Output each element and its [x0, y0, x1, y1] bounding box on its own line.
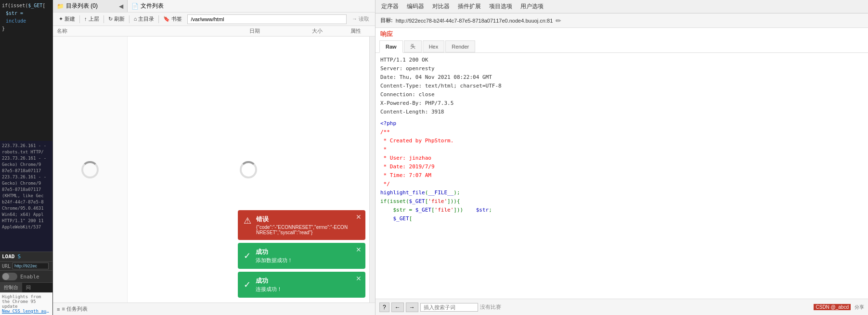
success2-icon: ✓ [244, 279, 251, 290]
success2-close-btn[interactable]: ✕ [356, 275, 362, 282]
collapse-dir-btn[interactable]: ◀ [119, 3, 123, 10]
notification-error: ⚠ 错误 {"code":"-"ECONNRESET","errno":"-EC… [238, 210, 365, 240]
success1-body: 添加数据成功！ [256, 257, 293, 264]
resp-line-2: Server: openresty [380, 64, 863, 73]
log-line: 223.73.26.161 - - [2, 143, 51, 149]
resp-line-4: Content-Type: text/html; charset=UTF-8 [380, 82, 863, 90]
notification-success-1: ✓ 成功 添加数据成功！ ✕ [238, 243, 365, 269]
success1-title: 成功 [256, 248, 293, 256]
nav-user-options[interactable]: 用户选项 [517, 1, 547, 12]
file-icon: 📄 [131, 3, 139, 10]
response-content: HTTP/1.1 200 OK Server: openresty Date: … [376, 53, 868, 299]
highlight-link[interactable]: New CSS length authoring tools [2, 309, 51, 314]
dir-spinner [81, 161, 99, 178]
share-label: 分享 [855, 304, 864, 311]
notification-success-2: ✓ 成功 连接成功！ ✕ [238, 272, 365, 298]
log-line: (KHTML, like Gec [2, 193, 51, 199]
success2-title: 成功 [256, 277, 282, 285]
top-nav-bar: 定序器 编码器 对比器 插件扩展 项目选项 用户选项 [376, 0, 868, 13]
help-btn[interactable]: ? [379, 302, 389, 312]
no-match-label: 没有比赛 [480, 303, 501, 311]
enable-row: Enable [0, 270, 52, 282]
s-indicator: S [18, 253, 21, 260]
toolbar-sep [129, 15, 130, 23]
csdn-badge: CSDN @_abcd [814, 304, 851, 310]
log-line: 87e5-8718a07117 [2, 168, 51, 174]
resp-line-1: HTTP/1.1 200 OK [380, 56, 863, 64]
nav-project-options[interactable]: 项目选项 [485, 1, 516, 12]
file-toolbar: ✦ 新建 ↑ 上层 ↻ 刷新 ⌂ 主目录 🔖 书签 → 读取 [53, 13, 375, 26]
read-button[interactable]: → 读取 [349, 14, 372, 24]
home-button[interactable]: ⌂ 主目录 [131, 14, 157, 24]
url-label: URL [2, 264, 11, 269]
error-title: 错误 [256, 215, 351, 224]
log-line: Gecko) Chrome/9 [2, 180, 51, 187]
dir-tree [53, 37, 128, 302]
new-button[interactable]: ✦ 新建 [56, 14, 78, 24]
toggle-knob [2, 273, 9, 280]
file-spinner-container [240, 161, 257, 178]
edit-icon[interactable]: ✏ [556, 17, 561, 25]
log-area: 223.73.26.161 - - robots.txt HTTP/ 223.7… [0, 141, 52, 252]
load-label: LOAD [2, 253, 15, 260]
resp-line-5: Connection: close [380, 90, 863, 99]
tab-raw[interactable]: Raw [379, 40, 403, 53]
file-spinner [240, 161, 257, 178]
success1-content: 成功 添加数据成功！ [256, 248, 293, 264]
folder-icon: 📁 [57, 3, 64, 10]
nav-encoder[interactable]: 编码器 [403, 1, 428, 12]
log-line: b24f-44c7-87e5-8 [2, 199, 51, 205]
tab-console[interactable]: 控制台 [0, 283, 22, 292]
scrollbar[interactable] [369, 37, 375, 302]
code-line-include: include [2, 17, 51, 25]
prev-match-btn[interactable]: ← [391, 302, 404, 312]
tab-head[interactable]: 头 [404, 40, 422, 52]
task-label: ≡ 任务列表 [62, 305, 87, 313]
col-size: 大小 [298, 26, 337, 36]
search-input-right[interactable] [420, 303, 478, 312]
log-line: 223.73.26.161 - - [2, 174, 51, 180]
path-input[interactable] [187, 14, 346, 24]
resp-line-6: X-Powered-By: PHP/7.3.5 [380, 99, 863, 108]
error-body: {"code":"-"ECONNRESET","errno":"-ECONNRE… [256, 225, 351, 235]
col-name: 名称 [53, 26, 211, 36]
code-section: if(isset($_GET[ $str = include } [0, 0, 52, 141]
refresh-button[interactable]: ↻ 刷新 [105, 14, 128, 24]
up-button[interactable]: ↑ 上层 [81, 14, 102, 24]
toggle-switch[interactable] [2, 273, 17, 280]
task-footer: ≡ ≡ 任务列表 [53, 302, 375, 315]
col-attr: 属性 [337, 26, 375, 36]
left-toolbar: LOAD S [0, 252, 52, 261]
success1-close-btn[interactable]: ✕ [356, 246, 362, 253]
nav-compare[interactable]: 对比器 [428, 1, 453, 12]
main-container: if(isset($_GET[ $str = include } 223.73.… [0, 0, 868, 315]
next-match-btn[interactable]: → [406, 302, 418, 312]
url-input[interactable] [13, 263, 49, 269]
log-line: robots.txt HTTP/ [2, 149, 51, 155]
file-list-title: 📄 文件列表 [128, 1, 375, 11]
log-line: Gecko) Chrome/9 [2, 162, 51, 168]
toolbar-sep [104, 15, 104, 23]
success2-content: 成功 连接成功！ [256, 277, 282, 293]
target-bar: 目标: http://922ecc78-b24f-44c7-87e5-8718a… [376, 13, 868, 28]
response-text: 响应 [380, 30, 393, 38]
enable-label: Enable [20, 274, 39, 280]
error-close-btn[interactable]: ✕ [356, 213, 362, 221]
tab-render[interactable]: Render [445, 40, 475, 52]
code-line-1: if(isset($_GET[ [2, 2, 51, 10]
tab-question[interactable]: 问 [22, 283, 35, 292]
nav-plugins[interactable]: 插件扩展 [454, 1, 485, 12]
bookmark-button[interactable]: 🔖 书签 [160, 14, 185, 24]
right-panel: 定序器 编码器 对比器 插件扩展 项目选项 用户选项 目标: http://92… [376, 0, 868, 315]
panel-header: 📁 目录列表 (0) ◀ 📄 文件列表 [53, 0, 375, 13]
toolbar-sep [158, 15, 159, 23]
tab-hex[interactable]: Hex [423, 40, 445, 52]
file-area: ⚠ 错误 {"code":"-"ECONNRESET","errno":"-EC… [53, 37, 375, 302]
chrome-note-area: Highlights from the Chrome 95 update New… [0, 292, 52, 315]
success2-body: 连接成功！ [256, 286, 282, 293]
nav-sequencer[interactable]: 定序器 [377, 1, 402, 12]
log-line: Win64; x64) Appl [2, 212, 51, 218]
left-panel: if(isset($_GET[ $str = include } 223.73.… [0, 0, 53, 315]
resp-line-3: Date: Thu, 04 Nov 2021 08:22:04 GMT [380, 73, 863, 82]
bottom-tabs: 控制台 问 [0, 282, 52, 292]
